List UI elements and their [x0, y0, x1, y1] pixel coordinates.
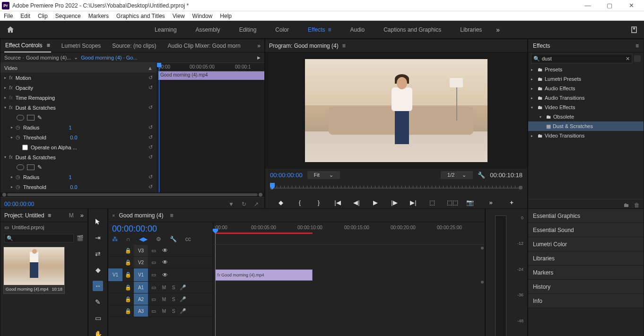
stopwatch-icon[interactable]: ◷: [16, 134, 20, 140]
tree-video-effects[interactable]: Video Effects: [545, 104, 575, 110]
track-v3[interactable]: V3: [134, 245, 148, 256]
toggle-output-icon[interactable]: ▭: [148, 259, 159, 266]
twirl-icon[interactable]: ▸: [11, 135, 13, 139]
ec-timeline[interactable]: 00:00 00:00:05:00 00:00:1 Good morning (…: [157, 63, 264, 192]
twirl-icon[interactable]: ▾: [4, 155, 6, 159]
twirl-icon[interactable]: ▾: [531, 105, 536, 110]
lock-icon[interactable]: 🔒: [122, 259, 134, 266]
timeline-vscroll[interactable]: [481, 247, 484, 336]
step-back-button[interactable]: ◀|: [352, 199, 361, 206]
twirl-icon[interactable]: ▸: [11, 185, 13, 189]
track-v2[interactable]: V2: [134, 257, 148, 268]
project-bin-name[interactable]: Untitled.prproj: [12, 224, 44, 230]
eye-icon[interactable]: 👁: [159, 259, 171, 266]
ec-sequence-link[interactable]: Good morning (4) · Go...: [81, 55, 137, 60]
rect-mask-icon[interactable]: [27, 115, 35, 121]
rectangle-tool[interactable]: ▭: [93, 313, 103, 323]
source-patch-v1[interactable]: V1: [108, 268, 122, 281]
go-to-out-button[interactable]: ▶|: [409, 199, 418, 206]
reset-icon[interactable]: ↺: [148, 104, 153, 111]
hand-tool[interactable]: ✋: [93, 329, 103, 336]
export-frame-button[interactable]: 📷: [466, 199, 474, 206]
workspace-assembly[interactable]: Assembly: [196, 26, 220, 33]
ec-dust-scratches-2[interactable]: Dust & Scratches: [16, 155, 56, 160]
workspace-learning[interactable]: Learning: [155, 26, 177, 33]
lock-icon[interactable]: 🔒: [122, 272, 134, 278]
stopwatch-icon[interactable]: ◷: [16, 184, 20, 190]
ripple-edit-tool[interactable]: ⇄: [93, 249, 103, 259]
tab-audio-clip-mixer[interactable]: Audio Clip Mixer: Good morn: [167, 40, 242, 52]
timeline-timecode[interactable]: 00:00:00:00: [112, 224, 209, 234]
hamburger-icon[interactable]: ≡: [170, 212, 173, 219]
twirl-icon[interactable]: ▸: [531, 68, 536, 72]
resolution-select[interactable]: 1/2⌄: [441, 171, 473, 179]
menu-file[interactable]: File: [4, 13, 13, 19]
new-bin-icon[interactable]: 🖿: [624, 202, 629, 208]
snap-icon[interactable]: ⁂: [112, 236, 118, 242]
twirl-icon[interactable]: ▸: [531, 96, 536, 100]
ec-hscroll[interactable]: [0, 192, 264, 197]
program-scrubber[interactable]: [270, 181, 522, 194]
track-a1[interactable]: A1: [134, 282, 148, 293]
workspace-overflow-icon[interactable]: »: [496, 26, 500, 34]
hamburger-icon[interactable]: ≡: [342, 43, 346, 49]
ec-timecode[interactable]: 00:00:00:00: [4, 201, 34, 207]
solo-button[interactable]: S: [169, 297, 178, 302]
toggle-output-icon[interactable]: ▭: [148, 308, 159, 314]
program-timecode-in[interactable]: 00:00:00:00: [270, 172, 303, 179]
close-button[interactable]: ✕: [620, 0, 642, 11]
ellipse-mask-icon[interactable]: [17, 164, 24, 170]
lock-icon[interactable]: 🔒: [122, 308, 134, 314]
panel-essential-sound[interactable]: Essential Sound: [528, 223, 644, 237]
project-search-input[interactable]: 🔍: [4, 234, 74, 242]
pen-mask-icon[interactable]: ✎: [37, 114, 42, 121]
reset-icon[interactable]: ↺: [148, 144, 153, 150]
tree-video-transitions[interactable]: Video Transitions: [545, 133, 584, 138]
twirl-icon[interactable]: ▸: [11, 125, 13, 129]
tab-sequence[interactable]: Good morning (4): [119, 212, 163, 219]
twirl-icon[interactable]: ▸: [11, 175, 13, 179]
new-item-icon[interactable]: 🎬: [77, 235, 84, 241]
toggle-output-icon[interactable]: ▭: [148, 284, 159, 291]
add-marker-button[interactable]: ◆: [277, 199, 285, 206]
mute-button[interactable]: M: [159, 309, 169, 314]
ec-radius-value[interactable]: 1: [69, 125, 72, 130]
tree-lumetri-presets[interactable]: Lumetri Presets: [545, 76, 581, 82]
workspace-editing[interactable]: Editing: [239, 26, 257, 33]
stopwatch-icon[interactable]: ◷: [16, 174, 20, 180]
ec-opacity[interactable]: Opacity: [16, 85, 33, 91]
workspace-audio[interactable]: Audio: [350, 26, 365, 33]
chevron-down-icon[interactable]: ⌄: [74, 54, 78, 60]
settings-icon[interactable]: 🔧: [478, 172, 485, 179]
menu-edit[interactable]: Edit: [20, 13, 30, 19]
rect-mask-icon[interactable]: [27, 164, 35, 170]
ec-playhead[interactable]: [159, 63, 159, 192]
razor-tool[interactable]: ◆: [93, 265, 103, 275]
toggle-output-icon[interactable]: ▭: [148, 272, 159, 278]
program-viewer[interactable]: [265, 52, 527, 169]
extract-button[interactable]: ⬚⬚: [447, 199, 455, 206]
timeline-playhead[interactable]: [215, 229, 216, 244]
timeline-ruler[interactable]: :00:00 00:00:05:00 00:00:10:00 00:00:15:…: [213, 222, 485, 245]
go-to-in-button[interactable]: |◀: [333, 199, 342, 206]
voice-icon[interactable]: 🎤: [178, 296, 188, 302]
zoom-select[interactable]: Fit⌄: [307, 171, 340, 179]
clear-search-icon[interactable]: ✕: [626, 56, 630, 62]
track-a3[interactable]: A3: [134, 305, 148, 317]
mute-button[interactable]: M: [159, 297, 169, 302]
marker-icon[interactable]: ◀▶: [139, 236, 148, 242]
work-area[interactable]: [215, 233, 313, 234]
timeline-tracks-area[interactable]: fxGood morning (4).mp4: [213, 245, 485, 336]
reset-icon[interactable]: ↺: [148, 124, 153, 130]
twirl-icon[interactable]: ▸: [4, 86, 6, 90]
voice-icon[interactable]: 🎤: [178, 284, 188, 291]
filter-icon[interactable]: ▼: [228, 201, 234, 207]
panel-lumetri-color[interactable]: Lumetri Color: [528, 237, 644, 251]
settings-icon[interactable]: ⚙: [156, 236, 161, 242]
lock-icon[interactable]: 🔒: [122, 248, 134, 254]
eye-icon[interactable]: 👁: [159, 272, 171, 278]
play-button[interactable]: ▶: [371, 199, 380, 206]
workspace-libraries[interactable]: Libraries: [460, 26, 482, 33]
twirl-icon[interactable]: ▸: [4, 95, 6, 100]
mute-button[interactable]: M: [159, 285, 169, 290]
